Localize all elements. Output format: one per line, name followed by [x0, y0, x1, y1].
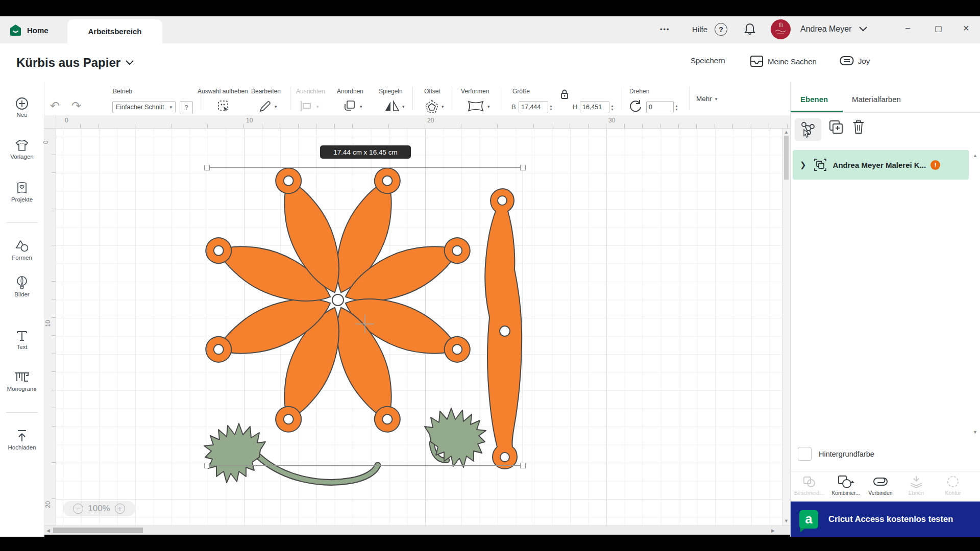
overflow-menu-button[interactable]: •••: [660, 26, 670, 33]
expand-chevron-icon[interactable]: ❯: [800, 160, 806, 169]
tab-materialfarben[interactable]: Materialfarben: [852, 95, 901, 104]
sidebar-item-hochladen[interactable]: Hochladen: [0, 429, 44, 450]
background-color-row: Hintergrundfarbe: [798, 447, 874, 461]
redo-icon[interactable]: ↷: [71, 99, 81, 113]
sidebar-item-monogramm[interactable]: Monogramr: [0, 370, 44, 392]
hscroll-thumb[interactable]: [53, 528, 143, 533]
group-icon: [814, 158, 827, 171]
canvas-hscrollbar[interactable]: ◀ ▶: [44, 525, 790, 535]
rotate-icon[interactable]: [628, 99, 643, 113]
hscroll-left-arrow[interactable]: ◀: [46, 528, 50, 533]
deselect-label: Auswahl aufheben: [198, 88, 252, 95]
zoom-out-button[interactable]: −: [73, 504, 83, 514]
canvas-vscrollbar[interactable]: ▲ ▼: [782, 129, 790, 525]
machine-selector[interactable]: Joy: [840, 55, 870, 67]
layer-group-row[interactable]: ❯ Andrea Meyer Malerei K... !: [793, 150, 969, 180]
ungroup-button[interactable]: [795, 118, 821, 141]
selection-handle-ne[interactable]: [520, 165, 526, 170]
width-stepper[interactable]: ▲▼: [549, 102, 555, 113]
offset-icon[interactable]: [424, 99, 439, 114]
delete-button[interactable]: [851, 118, 866, 136]
mirror-caret[interactable]: ▾: [402, 104, 405, 109]
left-sidebar: Neu Vorlagen Projekte Formen Bilder Text…: [0, 82, 44, 537]
selection-handle-se[interactable]: [520, 463, 526, 468]
vscroll-down-arrow[interactable]: ▼: [784, 518, 789, 523]
layer-warning-badge[interactable]: !: [930, 160, 940, 170]
width-input[interactable]: [519, 101, 548, 113]
height-stepper[interactable]: ▲▼: [610, 102, 616, 113]
window-close-button[interactable]: ✕: [963, 23, 969, 33]
undo-icon[interactable]: ↶: [50, 99, 60, 113]
sidebar-item-vorlagen[interactable]: Vorlagen: [0, 139, 44, 160]
help-question-icon[interactable]: ?: [715, 23, 727, 36]
edit-caret[interactable]: ▾: [275, 104, 277, 109]
duplicate-button[interactable]: [827, 118, 845, 136]
selection-handle-sw[interactable]: [204, 463, 210, 468]
sidebar-item-projekte[interactable]: Projekte: [0, 181, 44, 203]
width-prefix: B: [511, 103, 516, 111]
selection-bounding-box[interactable]: [207, 167, 523, 466]
vscroll-thumb[interactable]: [784, 136, 789, 180]
panel-scroll-down-arrow[interactable]: ▼: [973, 430, 977, 435]
save-button[interactable]: Speichern: [691, 56, 725, 65]
deselect-icon[interactable]: [216, 99, 231, 113]
hscroll-right-arrow[interactable]: ▶: [771, 528, 775, 533]
sidebar-item-neu[interactable]: Neu: [0, 97, 44, 118]
action-verbinden[interactable]: Verbinden: [862, 474, 899, 496]
tab-ebenen[interactable]: Ebenen: [800, 95, 828, 104]
window-minimize-button[interactable]: –: [905, 23, 910, 33]
sidebar-item-text[interactable]: Text: [0, 329, 44, 350]
operation-help-button[interactable]: ?: [180, 101, 193, 114]
lock-ratio-icon[interactable]: [559, 89, 570, 100]
monogram-icon: [13, 370, 31, 384]
align-icon: [299, 99, 314, 113]
notifications-bell-icon[interactable]: [743, 22, 756, 36]
upload-icon: [15, 429, 29, 443]
betrieb-label: Betrieb: [113, 88, 132, 95]
action-ebnen: Ebnen: [898, 474, 935, 496]
edit-label: Bearbeiten: [251, 88, 281, 95]
my-stuff-button[interactable]: Meine Sachen: [750, 55, 817, 68]
avatar[interactable]: [771, 19, 791, 39]
rotate-input[interactable]: [646, 101, 674, 113]
home-button[interactable]: Home: [9, 22, 48, 38]
zoom-in-button[interactable]: +: [115, 504, 125, 514]
action-beschneiden: Beschneid...: [791, 474, 827, 496]
sidebar-item-bilder[interactable]: Bilder: [0, 276, 44, 297]
project-title[interactable]: Kürbis aus Papier: [16, 56, 134, 70]
height-prefix: H: [573, 103, 577, 111]
cricut-logo: a: [799, 510, 818, 529]
user-name: Andrea Meyer: [800, 24, 852, 34]
height-input[interactable]: [580, 101, 609, 113]
offset-caret[interactable]: ▾: [442, 104, 444, 109]
deform-caret[interactable]: ▾: [487, 104, 490, 109]
edit-pencil-icon[interactable]: [257, 99, 273, 114]
deform-icon[interactable]: [467, 99, 485, 113]
more-menu[interactable]: Mehr▾: [696, 95, 717, 103]
chevron-down-icon: [126, 60, 134, 65]
background-color-checkbox[interactable]: [798, 447, 812, 461]
panel-scroll-up-arrow[interactable]: ▲: [973, 153, 977, 158]
machine-icon: [840, 55, 854, 67]
size-label: Größe: [512, 88, 530, 95]
help-button[interactable]: Hilfe: [692, 25, 707, 34]
user-menu[interactable]: Andrea Meyer: [800, 24, 867, 34]
align-caret: ▾: [316, 104, 319, 109]
arrange-label: Anordnen: [337, 88, 363, 95]
rotate-stepper[interactable]: ▲▼: [675, 102, 680, 113]
sidebar-item-formen[interactable]: Formen: [0, 239, 44, 261]
vscroll-up-arrow[interactable]: ▲: [784, 130, 789, 135]
cricut-access-banner[interactable]: a Cricut Access kostenlos testen: [791, 502, 980, 537]
window-maximize-button[interactable]: ▢: [935, 23, 942, 33]
background-color-label: Hintergrundfarbe: [819, 450, 874, 458]
deform-label: Verformen: [461, 88, 489, 95]
mirror-icon[interactable]: [384, 99, 400, 113]
action-kombinieren[interactable]: Kombinier...: [827, 474, 864, 496]
selection-handle-nw[interactable]: [204, 165, 210, 170]
tab-arbeitsbereich[interactable]: Arbeitsbereich: [67, 19, 162, 43]
arrange-caret[interactable]: ▾: [360, 104, 362, 109]
operation-dropdown[interactable]: Einfacher Schnitt▾: [112, 101, 176, 113]
arrange-icon[interactable]: [342, 99, 357, 113]
horizontal-ruler: 0 10 20 30: [56, 115, 790, 129]
chevron-down-icon: [859, 27, 867, 32]
